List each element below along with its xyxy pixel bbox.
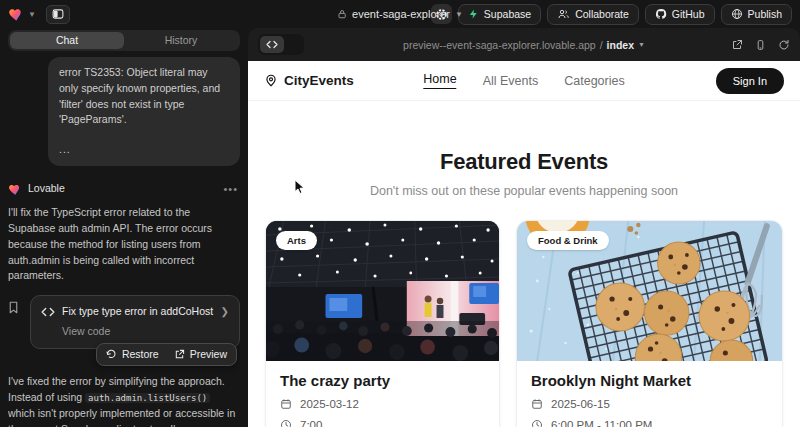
collaborate-button[interactable]: Collaborate bbox=[547, 4, 639, 25]
github-icon bbox=[655, 8, 667, 20]
preview-route: index bbox=[607, 39, 634, 51]
external-link-icon bbox=[174, 349, 185, 360]
clock-icon bbox=[280, 419, 292, 427]
code-preview-toggle[interactable] bbox=[258, 34, 304, 55]
nav-all-events[interactable]: All Events bbox=[483, 74, 539, 88]
site-brand-name: CityEvents bbox=[284, 73, 354, 88]
tab-chat[interactable]: Chat bbox=[10, 32, 124, 49]
tab-history[interactable]: History bbox=[124, 32, 238, 49]
supabase-icon bbox=[468, 8, 479, 20]
event-date: 2025-03-12 bbox=[300, 398, 359, 410]
calendar-icon bbox=[280, 398, 292, 410]
assistant-message-1: I'll fix the TypeScript error related to… bbox=[8, 205, 240, 284]
event-image-cookies: Food & Drink bbox=[517, 221, 782, 361]
site-nav: Home All Events Categories bbox=[423, 72, 624, 89]
lovable-heart-icon bbox=[8, 183, 22, 196]
event-time: 7:00 bbox=[300, 419, 322, 427]
toggle-sidebar-button[interactable] bbox=[46, 5, 70, 24]
route-chevron-down-icon: ▼ bbox=[638, 41, 645, 48]
section-title: Featured Events bbox=[248, 149, 800, 175]
clock-icon bbox=[531, 419, 543, 427]
event-date: 2025-06-15 bbox=[551, 398, 610, 410]
calendar-icon bbox=[531, 398, 543, 410]
preview-label: Preview bbox=[190, 347, 227, 363]
preview-pane: preview--event-saga-explorer.lovable.app… bbox=[248, 28, 800, 427]
github-button[interactable]: GitHub bbox=[645, 4, 715, 25]
supabase-label: Supabase bbox=[484, 8, 531, 20]
mobile-view-button[interactable] bbox=[755, 39, 766, 51]
publish-button[interactable]: Publish bbox=[721, 4, 792, 25]
lovable-logo-icon[interactable] bbox=[8, 7, 24, 22]
code-view-icon bbox=[266, 40, 278, 49]
people-icon bbox=[557, 8, 570, 20]
event-time: 6:00 PM - 11:00 PM bbox=[551, 419, 652, 427]
panel-icon bbox=[52, 8, 64, 20]
chat-sidebar: Chat History error TS2353: Object litera… bbox=[0, 28, 248, 427]
site-viewport: CityEvents Home All Events Categories Si… bbox=[248, 61, 800, 427]
project-name: event-saga-explorer bbox=[352, 8, 450, 20]
site-header: CityEvents Home All Events Categories Si… bbox=[248, 61, 800, 101]
globe-icon bbox=[731, 8, 743, 20]
preview-url-bar[interactable]: preview--event-saga-explorer.lovable.app… bbox=[403, 39, 645, 51]
category-badge: Food & Drink bbox=[527, 231, 609, 250]
preview-button[interactable]: Preview bbox=[174, 347, 227, 363]
open-in-new-tab-button[interactable] bbox=[731, 39, 743, 51]
restore-icon bbox=[106, 349, 117, 360]
inline-code: auth.admin.listUsers() bbox=[85, 393, 210, 403]
view-code-link[interactable]: View code bbox=[62, 324, 229, 340]
supabase-button[interactable]: Supabase bbox=[458, 4, 541, 25]
sign-in-button[interactable]: Sign In bbox=[716, 68, 784, 94]
event-title: The crazy party bbox=[280, 372, 485, 389]
section-subtitle: Don't miss out on these popular events h… bbox=[248, 184, 800, 198]
assistant-message-2: I've fixed the error by simplifying the … bbox=[8, 374, 240, 427]
app-topbar: ▼ event-saga-explorer ▼ Sup bbox=[0, 0, 800, 28]
chat-scroll-area[interactable]: error TS2353: Object literal may only sp… bbox=[8, 57, 240, 427]
preview-toolbar: preview--event-saga-explorer.lovable.app… bbox=[248, 28, 800, 61]
message-menu-button[interactable]: ••• bbox=[221, 181, 240, 198]
user-message-truncated[interactable]: ... bbox=[59, 142, 229, 158]
bookmark-icon[interactable] bbox=[8, 295, 24, 319]
lock-icon bbox=[337, 9, 347, 19]
user-message-text: error TS2353: Object literal may only sp… bbox=[59, 65, 229, 128]
nav-home[interactable]: Home bbox=[423, 72, 456, 89]
user-message-bubble: error TS2353: Object literal may only sp… bbox=[48, 57, 240, 166]
site-brand[interactable]: CityEvents bbox=[264, 73, 354, 88]
event-card[interactable]: Arts The crazy party 2025-03-12 bbox=[265, 220, 500, 427]
project-chevron-down-icon: ▼ bbox=[455, 10, 463, 19]
event-card[interactable]: Food & Drink Brooklyn Night Market 2025-… bbox=[516, 220, 783, 427]
category-badge: Arts bbox=[276, 231, 317, 250]
message-2-text: which isn't properly implemented or acce… bbox=[8, 407, 235, 427]
refresh-button[interactable] bbox=[778, 39, 790, 51]
nav-categories[interactable]: Categories bbox=[564, 74, 624, 88]
map-pin-icon bbox=[264, 73, 278, 88]
assistant-name: Lovable bbox=[28, 181, 215, 197]
restore-label: Restore bbox=[122, 347, 159, 363]
restore-button[interactable]: Restore bbox=[106, 347, 159, 363]
sidebar-tabbar: Chat History bbox=[8, 30, 240, 51]
preview-url: preview--event-saga-explorer.lovable.app bbox=[403, 39, 596, 51]
version-actions: Restore Preview bbox=[96, 343, 237, 367]
project-switcher[interactable]: event-saga-explorer ▼ bbox=[337, 0, 463, 28]
chevron-right-icon: ❯ bbox=[221, 304, 229, 319]
collaborate-label: Collaborate bbox=[575, 8, 629, 20]
logo-chevron-down-icon[interactable]: ▼ bbox=[28, 10, 36, 19]
event-image-conference: Arts bbox=[266, 221, 499, 361]
code-change-card[interactable]: Fix type type error in addCoHost ❯ View … bbox=[30, 295, 240, 349]
github-label: GitHub bbox=[672, 8, 705, 20]
publish-label: Publish bbox=[748, 8, 782, 20]
event-title: Brooklyn Night Market bbox=[531, 372, 768, 389]
url-separator: / bbox=[600, 39, 603, 51]
code-icon bbox=[41, 307, 55, 317]
code-change-title: Fix type type error in addCoHost bbox=[62, 304, 214, 320]
